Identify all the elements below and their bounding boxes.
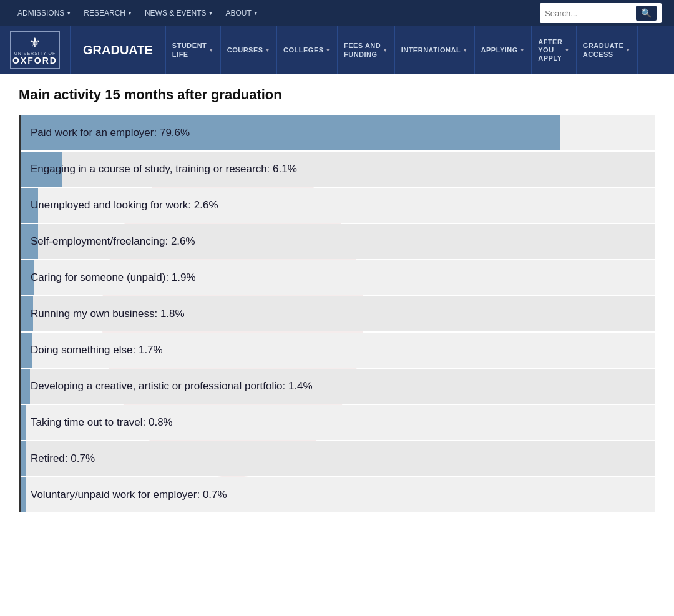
- logo-box: ⚜ UNIVERSITY OF OXFORD: [10, 31, 60, 69]
- top-nav: ADMISSIONS ▼ RESEARCH ▼ NEWS & EVENTS ▼ …: [0, 0, 674, 26]
- nav-courses[interactable]: COURSES ▼: [221, 26, 277, 74]
- news-events-chevron: ▼: [208, 11, 213, 16]
- research-link[interactable]: RESEARCH ▼: [79, 6, 137, 20]
- about-chevron: ▼: [253, 11, 258, 16]
- nav-student-life-label: STUDENTLIFE: [172, 42, 207, 58]
- research-chevron: ▼: [127, 11, 132, 16]
- logo-area: ⚜ UNIVERSITY OF OXFORD: [0, 26, 71, 74]
- applying-arrow: ▼: [520, 47, 525, 53]
- news-events-label: NEWS & EVENTS: [145, 9, 207, 17]
- international-arrow: ▼: [462, 47, 467, 53]
- nav-applying-label: APPLYING: [481, 46, 518, 54]
- bar-bg-paid-work: Paid work for an employer: 79.6%: [21, 115, 655, 150]
- admissions-chevron: ▼: [66, 11, 71, 16]
- bar-row-voluntary: Voluntary/unpaid work for employer: 0.7%: [21, 477, 655, 512]
- about-link[interactable]: ABOUT ▼: [221, 6, 263, 20]
- bar-label-travel: Taking time out to travel: 0.8%: [21, 408, 183, 438]
- bar-row-paid-work: Paid work for an employer: 79.6%: [21, 115, 655, 150]
- bar-bg-retired: Retired: 0.7%: [21, 441, 655, 476]
- search-button[interactable]: 🔍: [636, 6, 657, 21]
- bar-label-creative: Developing a creative, artistic or profe…: [21, 371, 323, 401]
- colleges-arrow: ▼: [326, 47, 331, 53]
- bar-bg-own-business: Running my own business: 1.8%: [21, 296, 655, 331]
- nav-fees-funding-label: FEES ANDFUNDING: [344, 42, 381, 58]
- news-events-link[interactable]: NEWS & EVENTS ▼: [140, 6, 218, 20]
- bar-bg-caring: Caring for someone (unpaid): 1.9%: [21, 260, 655, 295]
- about-label: ABOUT: [226, 9, 252, 17]
- admissions-link[interactable]: ADMISSIONS ▼: [12, 6, 76, 20]
- search-area: 🔍: [540, 3, 662, 23]
- nav-international[interactable]: INTERNATIONAL ▼: [395, 26, 475, 74]
- nav-student-life[interactable]: STUDENTLIFE ▼: [166, 26, 221, 74]
- bar-bg-something-else: Doing something else: 1.7%: [21, 333, 655, 368]
- fees-funding-arrow: ▼: [383, 47, 388, 53]
- bar-bg-creative: Developing a creative, artistic or profe…: [21, 369, 655, 404]
- student-life-arrow: ▼: [208, 47, 213, 53]
- nav-courses-label: COURSES: [227, 46, 263, 54]
- bar-row-caring: Caring for someone (unpaid): 1.9%: [21, 260, 655, 295]
- bars-container: Paid work for an employer: 79.6%Engaging…: [21, 115, 655, 512]
- bar-row-something-else: Doing something else: 1.7%: [21, 333, 655, 368]
- bar-row-self-employment: Self-employment/freelancing: 2.6%: [21, 224, 655, 259]
- top-nav-links: ADMISSIONS ▼ RESEARCH ▼ NEWS & EVENTS ▼ …: [12, 6, 540, 20]
- bar-label-course-study: Engaging in a course of study, training …: [21, 154, 307, 184]
- bar-row-course-study: Engaging in a course of study, training …: [21, 152, 655, 187]
- page-title: Main activity 15 months after graduation: [19, 87, 655, 103]
- after-you-apply-arrow: ▼: [564, 47, 569, 53]
- bar-row-travel: Taking time out to travel: 0.8%: [21, 405, 655, 440]
- nav-colleges-label: COLLEGES: [283, 46, 324, 54]
- bar-label-something-else: Doing something else: 1.7%: [21, 335, 173, 365]
- nav-after-you-apply[interactable]: AFTERYOUAPPLY ▼: [532, 26, 577, 74]
- bar-row-creative: Developing a creative, artistic or profe…: [21, 369, 655, 404]
- graduate-label: GRADUATE: [71, 26, 166, 74]
- bar-bg-self-employment: Self-employment/freelancing: 2.6%: [21, 224, 655, 259]
- research-label: RESEARCH: [84, 9, 125, 17]
- bar-label-self-employment: Self-employment/freelancing: 2.6%: [21, 227, 205, 257]
- bar-label-paid-work: Paid work for an employer: 79.6%: [21, 118, 200, 148]
- chart-container: Paid work for an employer: 79.6%Engaging…: [19, 115, 655, 512]
- logo-text-top: UNIVERSITY OF: [14, 51, 56, 56]
- bar-bg-course-study: Engaging in a course of study, training …: [21, 152, 655, 187]
- nav-applying[interactable]: APPLYING ▼: [475, 26, 532, 74]
- graduate-access-arrow: ▼: [625, 47, 630, 53]
- bar-bg-unemployed: Unemployed and looking for work: 2.6%: [21, 188, 655, 223]
- bar-row-retired: Retired: 0.7%: [21, 441, 655, 476]
- bar-label-retired: Retired: 0.7%: [21, 444, 105, 474]
- oxford-crest: ⚜: [29, 35, 41, 51]
- nav-international-label: INTERNATIONAL: [401, 46, 461, 54]
- nav-after-you-apply-label: AFTERYOUAPPLY: [538, 38, 562, 63]
- admissions-label: ADMISSIONS: [17, 9, 64, 17]
- bar-label-caring: Caring for someone (unpaid): 1.9%: [21, 263, 206, 293]
- courses-arrow: ▼: [265, 47, 270, 53]
- nav-graduate-access-label: GRADUATEACCESS: [583, 42, 624, 58]
- nav-colleges[interactable]: COLLEGES ▼: [277, 26, 338, 74]
- main-content: Main activity 15 months after graduation…: [0, 74, 674, 526]
- nav-items: STUDENTLIFE ▼ COURSES ▼ COLLEGES ▼ FEES …: [166, 26, 674, 74]
- search-input[interactable]: [545, 9, 632, 18]
- bar-label-voluntary: Voluntary/unpaid work for employer: 0.7%: [21, 480, 237, 510]
- bar-label-own-business: Running my own business: 1.8%: [21, 299, 195, 329]
- nav-graduate-access[interactable]: GRADUATEACCESS ▼: [577, 26, 638, 74]
- bar-bg-travel: Taking time out to travel: 0.8%: [21, 405, 655, 440]
- bar-row-own-business: Running my own business: 1.8%: [21, 296, 655, 331]
- bar-bg-voluntary: Voluntary/unpaid work for employer: 0.7%: [21, 477, 655, 512]
- logo-text-main: OXFORD: [12, 56, 57, 66]
- main-nav: ⚜ UNIVERSITY OF OXFORD GRADUATE STUDENTL…: [0, 26, 674, 74]
- nav-fees-funding[interactable]: FEES ANDFUNDING ▼: [338, 26, 395, 74]
- bar-label-unemployed: Unemployed and looking for work: 2.6%: [21, 190, 228, 220]
- bar-row-unemployed: Unemployed and looking for work: 2.6%: [21, 188, 655, 223]
